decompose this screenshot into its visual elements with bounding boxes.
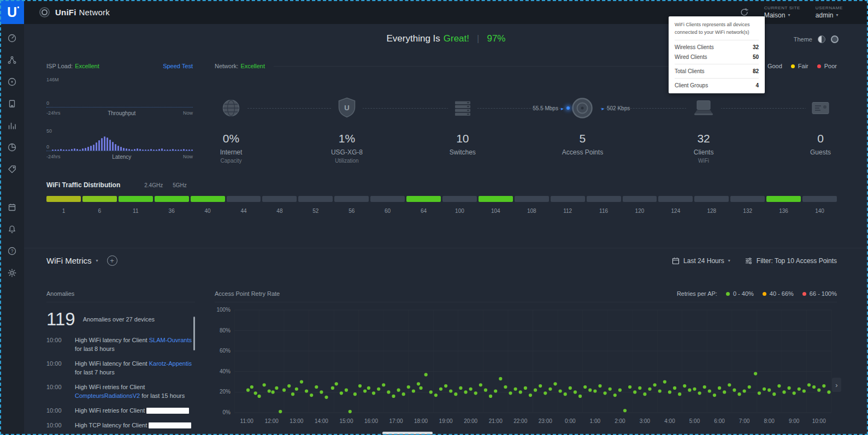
traffic-title: WiFi Traffic Distribution: [46, 181, 120, 189]
channel-label: 132: [730, 208, 765, 214]
horizontal-scrollbar[interactable]: [382, 432, 433, 434]
calendar-icon: [7, 202, 17, 212]
filter-selector[interactable]: Filter: Top 10 Access Points: [745, 257, 837, 265]
channel-label: 40: [191, 208, 225, 214]
channel-56-segment: [334, 196, 369, 202]
anomaly-list: 10:00High WiFi latency for Client SLAM-O…: [46, 336, 195, 432]
sidebar-item-alerts[interactable]: [0, 218, 24, 240]
svg-text:?: ?: [11, 248, 14, 254]
svg-text:60%: 60%: [220, 348, 231, 354]
laptop-icon: [692, 99, 716, 117]
username-selector[interactable]: USERNAME admin▾: [816, 5, 843, 19]
client-link[interactable]: Note 8 Pro(: [75, 431, 105, 432]
throughput-sparkline: 146M 0 -24hrsThroughputNow: [46, 77, 193, 116]
channel-label: 52: [298, 208, 333, 214]
channel-112-segment: [551, 196, 585, 202]
svg-text:14:00: 14:00: [315, 418, 328, 424]
channel-label: 64: [406, 208, 441, 214]
channel-40-segment: [191, 196, 225, 202]
node-clients[interactable]: 32 Clients WiFi: [686, 91, 721, 164]
mid-dot-icon: [763, 292, 766, 296]
anomaly-text: High WiFi retries for Client: [75, 407, 189, 415]
sidebar-item-dashboard[interactable]: [0, 27, 24, 49]
anomaly-text: High WiFi retries for Client CompteursRa…: [75, 383, 195, 401]
channel-label: 100: [442, 208, 477, 214]
theme-dark-toggle-icon[interactable]: [831, 35, 839, 43]
status-highlight: Great!: [444, 33, 469, 44]
svg-text:4:00: 4:00: [664, 418, 675, 424]
time-range-selector[interactable]: Last 24 Hours ▾: [672, 257, 730, 265]
speed-test-link[interactable]: Speed Test: [163, 63, 193, 69]
help-icon: ?: [7, 246, 17, 256]
unifi-logo-icon: [39, 7, 50, 17]
username-value: admin: [816, 11, 834, 19]
channel-140-segment: [802, 196, 837, 202]
current-site-selector[interactable]: CURRENT SITE Maison▾: [764, 5, 800, 19]
status-prefix: Everything Is: [387, 33, 440, 44]
channel-label: 136: [766, 208, 801, 214]
sidebar-item-tags[interactable]: [0, 158, 24, 180]
svg-text:19:00: 19:00: [439, 418, 453, 424]
channel-36-segment: [155, 196, 189, 202]
channel-label: 36: [155, 208, 189, 214]
sidebar-item-insights[interactable]: [0, 136, 24, 158]
node-internet[interactable]: 0% Internet Capacity: [215, 91, 247, 164]
current-site-label: CURRENT SITE: [764, 5, 800, 10]
redacted-text: [149, 422, 191, 428]
health-score: 97%: [487, 33, 505, 44]
theme-light-toggle-icon[interactable]: [818, 35, 825, 43]
isp-load-panel: ISP Load: Excellent Speed Test 146M 0 -2…: [46, 63, 193, 160]
node-gateway[interactable]: U 1% USG-XG-8 Utilization: [330, 91, 363, 164]
anomalies-title: Anomalies: [46, 290, 195, 302]
channel-label: 60: [370, 208, 405, 214]
devices-icon: [7, 77, 17, 87]
topology-icon: [7, 55, 17, 65]
client-link[interactable]: Karotz-Appentis: [149, 360, 192, 367]
channel-6-segment: [82, 196, 117, 202]
refresh-icon[interactable]: [740, 8, 749, 17]
client-link[interactable]: CompteursRadiationsV2: [75, 392, 140, 399]
add-metric-button[interactable]: +: [107, 255, 117, 266]
sidebar-item-statistics[interactable]: [0, 115, 24, 136]
sidebar-item-settings[interactable]: [0, 262, 24, 284]
username-label: USERNAME: [816, 5, 843, 10]
sidebar-item-topology[interactable]: [0, 49, 24, 71]
svg-text:11:00: 11:00: [240, 418, 254, 424]
channel-label: 112: [551, 208, 585, 214]
low-dot-icon: [726, 292, 730, 296]
tooltip-row-wired: Wired Clients50: [675, 50, 759, 60]
access-point-icon: [570, 96, 595, 121]
filter-icon: [745, 257, 753, 265]
band-labels: 2.4GHz5GHz: [144, 182, 186, 188]
svg-text:10:00: 10:00: [812, 418, 826, 424]
client-link[interactable]: SLAM-Ouvrants: [149, 337, 192, 343]
sidebar-item-events[interactable]: [0, 196, 24, 218]
gear-icon: [7, 268, 17, 278]
channel-label: 140: [802, 208, 837, 214]
section-divider: [24, 248, 868, 248]
node-guests[interactable]: 0 Guests: [804, 91, 837, 164]
node-access-points[interactable]: 55.5 Mbps▸ ▸502 Kbps 5 Access Points: [562, 91, 603, 164]
channel-label: 44: [227, 208, 261, 214]
ubiquiti-logo[interactable]: U: [0, 0, 24, 24]
sidebar-item-devices[interactable]: [0, 71, 24, 93]
svg-text:17:00: 17:00: [389, 418, 403, 424]
retry-rate-panel: Access Point Retry Rate Retries per AP: …: [215, 290, 837, 433]
uplink-dot-icon: [566, 106, 570, 110]
sidebar-item-help[interactable]: ?: [0, 240, 24, 262]
tooltip-description: WiFi Clients represents all devices conn…: [675, 21, 759, 40]
chart-next-button[interactable]: ›: [832, 378, 841, 392]
channel-104-segment: [479, 196, 513, 202]
anomaly-list-scrollbar[interactable]: [193, 317, 195, 350]
network-label: Network:: [215, 63, 238, 69]
sidebar-item-clients[interactable]: [0, 93, 24, 115]
wifi-metrics-title: WiFi Metrics: [46, 256, 92, 265]
node-switches[interactable]: 10 Switches: [446, 91, 479, 164]
svg-text:100%: 100%: [216, 307, 231, 313]
anomaly-text: High TCP latency for Client Note 8 Pro( …: [75, 421, 195, 432]
channel-44-segment: [227, 196, 261, 202]
clients-icon: [7, 99, 17, 109]
chevron-down-icon[interactable]: ▾: [96, 258, 98, 263]
legend-fair: Fair: [791, 63, 808, 69]
channel-100-segment: [442, 196, 477, 202]
